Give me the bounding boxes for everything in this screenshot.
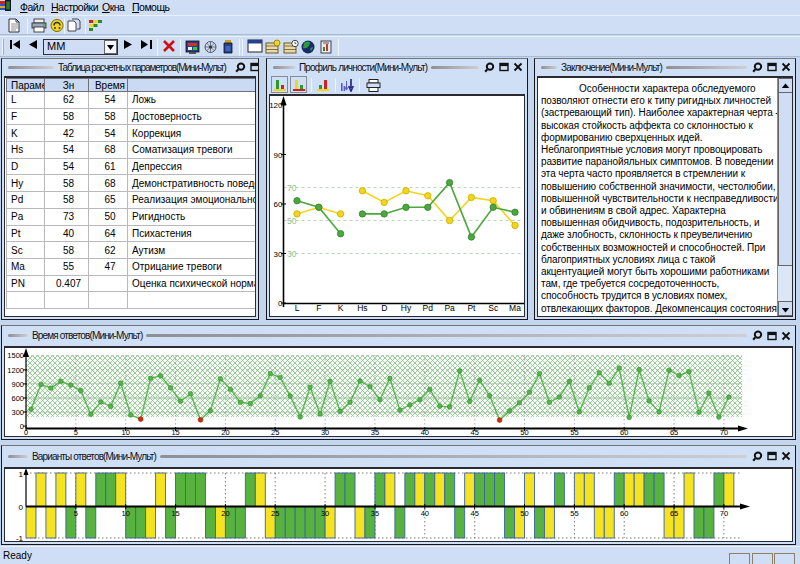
svg-text:0: 0 <box>278 299 283 308</box>
svg-text:D: D <box>381 303 387 313</box>
svg-text:60: 60 <box>274 200 283 209</box>
svg-text:40: 40 <box>421 509 429 518</box>
svg-text:Sc: Sc <box>488 303 499 313</box>
svg-text:900: 900 <box>11 380 24 389</box>
svg-text:10: 10 <box>122 509 130 518</box>
svg-text:600: 600 <box>11 394 24 403</box>
svg-text:10: 10 <box>122 428 130 437</box>
svg-text:70: 70 <box>720 428 728 437</box>
svg-text:5: 5 <box>74 428 78 437</box>
svg-text:Hy: Hy <box>401 303 412 313</box>
svg-text:K: K <box>338 303 344 313</box>
svg-text:30: 30 <box>274 250 283 259</box>
svg-text:Hs: Hs <box>357 303 367 313</box>
svg-text:45: 45 <box>471 428 479 437</box>
svg-text:1: 1 <box>19 470 24 479</box>
svg-text:20: 20 <box>221 509 229 518</box>
svg-text:300: 300 <box>11 408 24 417</box>
svg-text:35: 35 <box>371 428 379 437</box>
svg-text:45: 45 <box>471 509 479 518</box>
svg-text:0: 0 <box>24 428 28 437</box>
svg-text:25: 25 <box>271 509 279 518</box>
svg-text:25: 25 <box>271 428 279 437</box>
svg-text:-1: -1 <box>16 534 24 542</box>
svg-text:40: 40 <box>421 428 429 437</box>
svg-text:60: 60 <box>620 428 628 437</box>
svg-text:Ma: Ma <box>509 303 521 313</box>
svg-text:120: 120 <box>270 101 283 110</box>
svg-text:15: 15 <box>171 428 179 437</box>
svg-text:Pt: Pt <box>467 303 476 313</box>
svg-text:Pd: Pd <box>423 303 434 313</box>
svg-text:20: 20 <box>221 428 229 437</box>
svg-text:55: 55 <box>570 509 578 518</box>
svg-text:65: 65 <box>670 428 678 437</box>
svg-text:1200: 1200 <box>7 366 24 375</box>
svg-text:1500: 1500 <box>7 351 24 360</box>
svg-text:15: 15 <box>171 509 179 518</box>
svg-text:65: 65 <box>670 509 678 518</box>
svg-text:0: 0 <box>19 503 24 512</box>
svg-text:50: 50 <box>520 428 528 437</box>
svg-text:F: F <box>316 303 321 313</box>
svg-text:70: 70 <box>720 509 728 518</box>
svg-text:90: 90 <box>274 151 283 160</box>
svg-text:30: 30 <box>321 428 329 437</box>
svg-text:70: 70 <box>287 183 297 193</box>
svg-text:L: L <box>295 303 300 313</box>
svg-text:35: 35 <box>371 509 379 518</box>
svg-text:60: 60 <box>620 509 628 518</box>
svg-text:30: 30 <box>287 249 297 259</box>
svg-text:Pa: Pa <box>444 303 455 313</box>
svg-text:30: 30 <box>321 509 329 518</box>
svg-text:5: 5 <box>74 509 78 518</box>
svg-text:55: 55 <box>570 428 578 437</box>
svg-text:50: 50 <box>520 509 528 518</box>
